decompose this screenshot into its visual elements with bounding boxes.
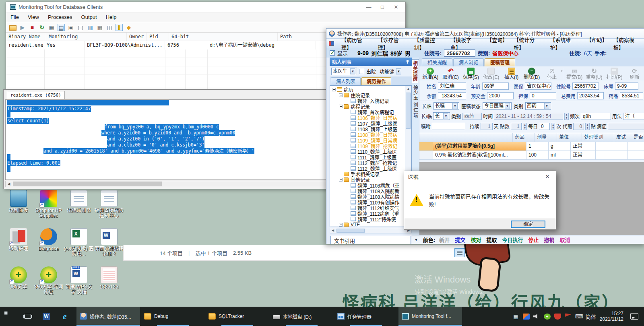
desktop-icon[interactable]: 移动护理 <box>3 227 33 265</box>
chevron-down-icon[interactable]: ▼ <box>505 103 510 109</box>
age-value[interactable]: 89岁 <box>482 83 509 90</box>
start-monitoring-icon[interactable] <box>19 24 26 31</box>
orders-tab[interactable]: 相关提醒 <box>422 58 452 66</box>
record-tree[interactable]: 病历 住院记录 魏萍_入院记录 <box>330 85 412 227</box>
orders-tab[interactable]: 医嘱管理 <box>485 58 515 66</box>
balance-value[interactable]: -18243.54 <box>438 92 466 99</box>
advice-input[interactable] <box>432 123 465 130</box>
menu-item[interactable]: Output <box>77 14 101 20</box>
orders-toolbar-button[interactable]: 打印(P) <box>604 68 624 80</box>
action-center-flag-icon[interactable] <box>565 314 572 320</box>
patient-list-caption[interactable]: 病人列表 <box>330 58 412 66</box>
desktop-icon[interactable]: 1323123 <box>94 265 124 303</box>
scrollbar-thumb[interactable] <box>13 182 162 186</box>
dialog-title-bar[interactable]: 医嘱 ✕ <box>404 171 556 182</box>
column-header[interactable]: Owner <box>127 33 147 41</box>
column-header[interactable]: 64-bit <box>169 33 278 41</box>
total-cost-value[interactable]: 20243.54 <box>577 92 604 99</box>
tree-expander-icon[interactable] <box>339 93 343 97</box>
save-icon[interactable] <box>87 24 94 31</box>
emr-menu-item[interactable]: 【模板字典】 <box>446 36 483 51</box>
desktop-icon[interactable]: 新建 WPS文字 文档 <box>64 265 94 303</box>
ie-taskbar-button[interactable]: e <box>56 307 74 326</box>
tree-expander-icon[interactable] <box>332 88 336 91</box>
column-header[interactable]: Monitoring <box>46 33 127 41</box>
orders-toolbar-button[interactable]: 插入(I) <box>501 68 521 80</box>
taskbar-window-button[interactable]: 本地磁盘 (D:) <box>270 307 333 326</box>
menu-item[interactable]: File <box>6 14 23 20</box>
open-file-icon[interactable] <box>9 25 17 31</box>
side-strip-item[interactable]: 徐少玉 <box>412 85 419 101</box>
orders-toolbar-button[interactable]: 新增(A) <box>420 68 440 80</box>
discharge-checkbox[interactable] <box>359 69 364 74</box>
orders-column-header[interactable]: 药品 <box>513 133 535 142</box>
desktop-icon[interactable]: (A4内线版) 医院电... <box>64 227 94 265</box>
desktop-icon[interactable]: 360天擎 <box>3 265 33 303</box>
list-view-icon[interactable] <box>58 24 65 31</box>
left-tab[interactable]: 病历操作 <box>361 77 391 85</box>
guarantee-value[interactable]: 0 <box>530 92 556 99</box>
tree-item[interactable]: VTE <box>330 222 411 227</box>
emr-menu-item[interactable]: 【查询】 <box>483 36 510 51</box>
orders-toolbar-button[interactable]: 提交(B) <box>564 68 584 80</box>
orders-toolbar-button[interactable]: 修改(E) <box>481 68 501 80</box>
close-button[interactable]: ✕ <box>389 3 403 12</box>
orders-toolbar-button[interactable]: 重整(U) <box>584 68 604 80</box>
side-strip-item[interactable]: 相关提醒 <box>412 59 419 83</box>
tree-expander-icon[interactable] <box>339 105 343 108</box>
daily-spinner[interactable]: ▲▼ <box>551 123 555 130</box>
taskbar-clock[interactable]: 15:27 2021/11/12 <box>600 311 623 322</box>
admission-value[interactable]: 25667702 <box>572 83 599 90</box>
orders-tab[interactable]: 病人浏览 <box>453 58 484 66</box>
orders-column-header[interactable]: 剂量 <box>535 133 557 142</box>
orders-toolbar-button[interactable]: 刷新 <box>625 68 644 80</box>
admission-no-value[interactable]: 25667702 <box>444 50 475 57</box>
taskbar-window-button[interactable]: SQLTracker <box>205 307 269 326</box>
orders-grid-header[interactable]: 药品剂量单位处理类别皮试是否 <box>419 133 644 142</box>
document-reference-button[interactable]: 文书引用 <box>330 236 411 244</box>
column-header[interactable]: Pid <box>147 33 169 41</box>
desktop-icon[interactable]: Shop for HP Supplies <box>33 188 64 227</box>
decoct-spinner[interactable]: ▲▼ <box>585 123 589 130</box>
chevron-down-icon[interactable]: ▼ <box>452 103 458 109</box>
hidden-icons-icon[interactable] <box>512 314 519 320</box>
show-checkbox[interactable] <box>330 50 335 56</box>
column-header[interactable]: Binary Name <box>6 33 46 41</box>
emr-menu-item[interactable]: 【质量控制】 <box>410 36 446 51</box>
orders-toolbar-button[interactable]: 取消(C) <box>440 68 460 80</box>
monitoring-title-bar[interactable]: Monitoring Tool for Database Clients — □… <box>6 2 405 12</box>
orders-column-header[interactable]: 单位 <box>557 133 582 142</box>
tree-item[interactable]: 魏萍_1112“特殊使 <box>330 216 411 222</box>
desktop-icon[interactable]: 住院通知书 <box>64 188 94 227</box>
start-button[interactable] <box>0 307 19 326</box>
tree-item[interactable]: 手术相关记录 <box>330 171 411 177</box>
chevron-down-icon[interactable]: ▼ <box>544 103 549 109</box>
maximize-button[interactable]: □ <box>376 3 389 12</box>
category-filter-combo[interactable]: 西药 ▼ <box>525 102 551 110</box>
security-shield-icon[interactable] <box>554 314 561 320</box>
tree-expander-icon[interactable] <box>339 223 343 227</box>
emr-menu-item[interactable]: 【系统维护】 <box>546 36 582 51</box>
deposit-value[interactable]: 2000 <box>487 92 514 99</box>
tray-app-icon[interactable] <box>523 314 530 320</box>
word-taskbar-button[interactable]: W <box>37 307 56 326</box>
orders-toolbar-button[interactable]: 停止 <box>542 68 562 80</box>
preview-icon[interactable] <box>106 24 113 31</box>
orders-toolbar-button[interactable]: 保存(S) <box>461 68 481 80</box>
tree-item[interactable]: 魏萍_入院记录 <box>330 98 411 103</box>
pause-icon[interactable] <box>116 24 123 31</box>
row-selector[interactable] <box>419 142 433 151</box>
ime-keyboard-icon[interactable] <box>575 314 582 320</box>
orders-toolbar-button[interactable]: 删除(D) <box>522 68 542 80</box>
output-horizontal-scrollbar[interactable]: ◀ <box>5 181 330 187</box>
chevron-down-icon[interactable]: ▼ <box>413 237 419 243</box>
desktop-icon[interactable]: 控制面板 <box>3 188 33 227</box>
options-icon[interactable] <box>125 24 132 31</box>
scrollbar-thumb[interactable] <box>406 93 411 129</box>
symptom-value[interactable] <box>608 123 644 130</box>
left-tab[interactable]: 病人列表 <box>331 77 361 85</box>
orders-column-header[interactable]: 是否 <box>632 133 644 142</box>
desktop-icon[interactable]: 360天擎·漏洞修复 <box>33 265 64 303</box>
sql-output-area[interactable]: Timestamp: 2021/11/12 15:22:47select cou… <box>5 99 330 180</box>
task-view-button[interactable] <box>19 307 37 326</box>
